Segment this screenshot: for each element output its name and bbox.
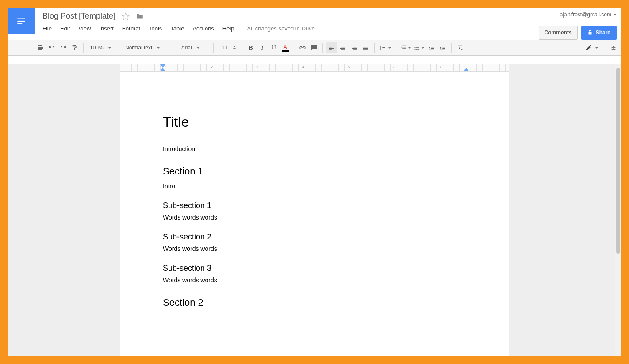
menu-file[interactable]: File [42,25,52,32]
menu-edit[interactable]: Edit [60,25,70,32]
doc-p[interactable]: Words words words [163,277,466,284]
menu-table[interactable]: Table [170,25,184,32]
doc-h2[interactable]: Sub-section 3 [163,264,466,273]
font-dropdown[interactable]: Arial [171,42,211,53]
share-label: Share [596,30,610,36]
lock-icon [587,30,593,35]
bold-button[interactable]: B [245,42,257,53]
doc-h1[interactable]: Section 1 [163,166,466,177]
menu-insert[interactable]: Insert [99,25,114,32]
color-bar [282,50,289,52]
menu-view[interactable]: View [78,25,91,32]
separator [118,43,118,53]
link-icon [299,44,306,51]
menu-bar: FileEditViewInsertFormatToolsTableAdd-on… [42,25,539,32]
separator [242,43,242,53]
docs-icon [15,15,27,27]
separator [322,43,323,53]
toolbar: 100% Normal text Arial 11 B I U [8,40,621,56]
right-indent-marker[interactable] [464,68,469,71]
doc-p[interactable]: Intro [163,182,466,190]
print-button[interactable] [35,42,46,53]
align-left-button[interactable] [326,42,337,53]
paint-roller-icon [71,44,78,51]
doc-p[interactable]: Words words words [163,214,466,221]
decrease-indent-icon [428,44,435,51]
insert-comment-button[interactable] [308,42,320,53]
align-center-button[interactable] [337,42,349,53]
align-left-icon [328,44,335,51]
svg-rect-1 [17,21,25,22]
text-color-icon: A [283,44,287,50]
ruler-number: 6 [393,65,395,69]
svg-point-4 [414,47,414,48]
doc-p[interactable]: Introduction [163,145,466,152]
menu-help[interactable]: Help [222,25,234,32]
zoom-dropdown[interactable]: 100% [86,42,115,53]
caret-down-icon [196,47,200,49]
folder-icon[interactable] [136,12,144,20]
menu-addons[interactable]: Add-ons [192,25,214,32]
scrollbar-thumb[interactable] [616,68,620,254]
document-page[interactable]: TitleIntroductionSection 1IntroSub-secti… [120,72,509,356]
svg-point-5 [414,49,414,50]
svg-rect-2 [17,23,22,24]
caret-down-icon [388,47,391,49]
doc-p[interactable]: Words words words [163,245,466,252]
insert-link-button[interactable] [297,42,308,53]
doc-h2[interactable]: Sub-section 1 [163,201,466,210]
share-button[interactable]: Share [581,26,617,40]
document-title[interactable]: Blog Post [Template] [42,11,115,21]
account-email: aja.t.frost@gmail.com [560,11,611,18]
paragraph-style-value: Normal text [125,45,152,51]
comments-button[interactable]: Comments [539,26,578,40]
separator [451,43,452,53]
docs-logo[interactable] [8,8,35,34]
undo-button[interactable] [46,42,58,53]
ruler[interactable]: 1234567 [120,64,509,72]
pencil-icon [585,44,592,51]
editing-mode-dropdown[interactable] [582,42,602,53]
decrease-indent-button[interactable] [426,42,437,53]
bulleted-list-icon [413,44,420,51]
font-size-stepper[interactable]: 11 [216,42,239,53]
caret-down-icon [157,47,160,49]
hide-menus-button[interactable] [608,42,619,53]
paragraph-style-dropdown[interactable]: Normal text [121,42,165,53]
redo-button[interactable] [58,42,69,53]
menu-format[interactable]: Format [122,25,140,32]
title-block: Blog Post [Template] FileEditViewInsertF… [35,8,539,32]
increase-indent-icon [439,44,446,51]
text-color-button[interactable]: A [280,42,291,53]
star-icon[interactable] [122,12,130,20]
underline-button[interactable]: U [268,42,280,53]
align-right-button[interactable] [349,42,360,53]
caret-down-icon [595,47,598,49]
vertical-scrollbar[interactable] [615,64,621,356]
menu-tools[interactable]: Tools [149,25,162,32]
document-canvas: 1234567 TitleIntroductionSection 1IntroS… [8,64,621,356]
separator [294,43,294,53]
doc-h2[interactable]: Sub-section 2 [163,232,466,242]
doc-title[interactable]: Title [163,114,466,130]
bulleted-list-button[interactable] [412,42,426,53]
font-size-down[interactable] [233,48,236,49]
line-spacing-dropdown[interactable] [377,42,393,53]
ruler-number: 1 [165,65,167,69]
separator [213,43,214,53]
doc-h1[interactable]: Section 2 [163,297,466,308]
svg-point-3 [414,46,414,46]
font-size-up[interactable] [233,46,236,47]
ruler-number: 3 [256,65,258,69]
increase-indent-button[interactable] [437,42,449,53]
numbered-list-button[interactable] [399,42,412,53]
separator [396,43,396,53]
caret-down-icon [108,47,111,49]
paint-format-button[interactable] [69,42,81,53]
undo-icon [48,44,55,51]
italic-button[interactable]: I [257,42,268,53]
clear-formatting-button[interactable] [454,42,466,53]
align-justify-button[interactable] [360,42,372,53]
account-menu[interactable]: aja.t.frost@gmail.com [560,11,617,18]
ruler-number: 5 [348,65,350,69]
